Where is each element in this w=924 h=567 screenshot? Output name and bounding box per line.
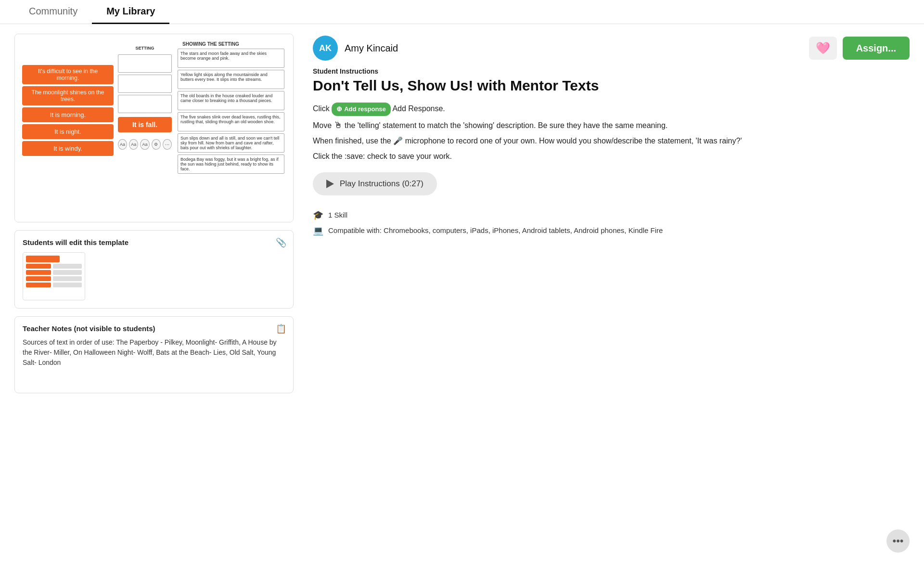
heart-icon: 🩷: [816, 41, 830, 55]
tv-right-panel: SHOWING THE SETTING The stars and moon f…: [174, 39, 288, 217]
match-box-3: [118, 95, 172, 113]
move-mid-text: the 'telling' statement to match the 'sh…: [345, 121, 667, 129]
left-column: It's difficult to see in the morning. Th…: [14, 34, 294, 393]
thumb-gray-1: [53, 264, 82, 269]
action-row: Aa Aa Aa ⚙ ···: [118, 138, 172, 151]
template-card-title: Students will edit this template: [23, 238, 285, 246]
orange-label-3: It is morning.: [22, 107, 114, 122]
orange-label-1: It's difficult to see in the morning.: [22, 65, 114, 84]
action-more[interactable]: ···: [163, 139, 172, 150]
showing-header: SHOWING THE SETTING: [182, 41, 239, 47]
orange-label-2: The moonlight shines on the trees.: [22, 86, 114, 105]
play-instructions-button[interactable]: Play Instructions (0:27): [313, 172, 437, 195]
tv-header: SHOWING THE SETTING: [178, 41, 284, 47]
more-options-button[interactable]: •••: [886, 529, 910, 553]
thumb-gray-2: [53, 270, 82, 275]
thumb-row-1: [26, 256, 60, 262]
match-box-1: [118, 54, 172, 73]
skill-icon: 🎓: [313, 210, 323, 220]
mic-pre-text: When finished, use the: [313, 137, 391, 145]
action-buttons: 🩷 Assign...: [809, 37, 910, 60]
instruction-line-3: When finished, use the 🎤 microphone to r…: [313, 134, 910, 147]
showing-text-1: The stars and moon fade away and the ski…: [178, 49, 284, 68]
mic-icon: 🎤: [393, 134, 403, 147]
thumb-row-3: [26, 270, 82, 275]
click-post-text: Add Response.: [392, 104, 445, 113]
thumb-orange-sm-3: [26, 276, 51, 281]
activity-title: Don't Tell Us, Show Us! with Mentor Text…: [313, 77, 910, 94]
add-response-text: Add response: [344, 104, 386, 115]
info-row: 🎓 1 Skill 💻 Compatible with: Chromebooks…: [313, 210, 910, 236]
like-button[interactable]: 🩷: [809, 37, 837, 60]
instruction-line-1: Click ⊕ Add response Add Response.: [313, 102, 910, 116]
preview-image: It's difficult to see in the morning. Th…: [15, 34, 293, 222]
action-btn-3[interactable]: Aa: [140, 139, 149, 150]
orange-label-4: It is night.: [22, 124, 114, 139]
action-btn-1[interactable]: Aa: [118, 139, 127, 150]
teacher-notes-card: Teacher Notes (not visible to students) …: [14, 316, 294, 393]
showing-text-3: The old boards in the house creaked loud…: [178, 91, 284, 110]
plus-circle-icon: ⊕: [336, 103, 342, 115]
main-content: It's difficult to see in the morning. Th…: [0, 24, 924, 403]
skill-text: 1 Skill: [328, 211, 347, 219]
showing-text-6: Bodega Bay was foggy, but it was a brigh…: [178, 155, 284, 174]
teacher-notes-title: Teacher Notes (not visible to students): [23, 324, 285, 333]
teacher-notes-text: Sources of text in order of use: The Pap…: [23, 337, 285, 368]
tv-middle-panel: SETTING It is fall. Aa Aa Aa: [116, 39, 174, 217]
compatible-text: Compatible with: Chromebooks, computers,…: [328, 226, 663, 234]
play-triangle-icon: [326, 180, 334, 188]
showing-text-4: The five snakes slink over dead leaves, …: [178, 112, 284, 131]
tv-left-panel: It's difficult to see in the morning. Th…: [20, 39, 116, 217]
paperclip-icon: 📎: [276, 237, 286, 248]
author-name: Amy Kincaid: [345, 43, 398, 54]
thumb-orange-sm-2: [26, 270, 51, 275]
compatible-icon: 💻: [313, 225, 323, 236]
add-response-badge: ⊕ Add response: [332, 103, 391, 116]
more-options-icon: •••: [892, 535, 903, 547]
thumb-orange-sm-4: [26, 283, 51, 287]
showing-text-2: Yellow light skips along the mountainsid…: [178, 70, 284, 89]
avatar: AK: [313, 36, 338, 61]
setting-header: SETTING: [118, 44, 172, 52]
tab-my-library[interactable]: My Library: [92, 0, 169, 24]
skill-info: 🎓 1 Skill: [313, 210, 910, 220]
template-card: Students will edit this template 📎: [14, 230, 294, 309]
action-btn-4[interactable]: ⚙: [152, 139, 161, 150]
click-pre-text: Click: [313, 104, 330, 113]
top-navigation: Community My Library: [0, 0, 924, 24]
thumb-gray-3: [53, 276, 82, 281]
compatible-info: 💻 Compatible with: Chromebooks, computer…: [313, 225, 910, 236]
action-btn-2[interactable]: Aa: [129, 139, 138, 150]
author-row: AK Amy Kincaid 🩷 Assign...: [313, 36, 910, 61]
thumb-row-4: [26, 276, 82, 281]
match-box-2: [118, 75, 172, 93]
orange-wide-label: It is fall.: [118, 117, 172, 132]
move-pre-text: Move: [313, 121, 332, 129]
template-thumbnail: [23, 252, 85, 300]
instruction-line-2: Move 🖱 the 'telling' statement to match …: [313, 118, 910, 133]
thumb-row-2: [26, 264, 82, 269]
mic-mid-text: microphone to record one of your own. Ho…: [405, 137, 742, 145]
instruction-line-4: Click the :save: check to save your work…: [313, 150, 910, 163]
instructions-body: Click ⊕ Add response Add Response. Move …: [313, 102, 910, 163]
thumb-orange-sm: [26, 264, 51, 269]
move-icon: 🖱: [334, 118, 343, 133]
thumb-row-5: [26, 283, 82, 287]
thumb-gray-4: [53, 283, 82, 287]
author-info: AK Amy Kincaid: [313, 36, 398, 61]
play-button-label: Play Instructions (0:27): [340, 179, 424, 189]
activity-preview-card: It's difficult to see in the morning. Th…: [14, 34, 294, 222]
template-visual: It's difficult to see in the morning. Th…: [20, 39, 288, 217]
assign-button[interactable]: Assign...: [843, 37, 910, 60]
orange-label-5: It is windy.: [22, 141, 114, 156]
right-column: AK Amy Kincaid 🩷 Assign... Student Instr…: [313, 34, 910, 393]
instructions-label: Student Instructions: [313, 67, 910, 75]
showing-text-5: Sun slips down and all is still, and soo…: [178, 133, 284, 153]
tab-community[interactable]: Community: [14, 0, 92, 24]
notes-icon: 📋: [276, 323, 286, 334]
